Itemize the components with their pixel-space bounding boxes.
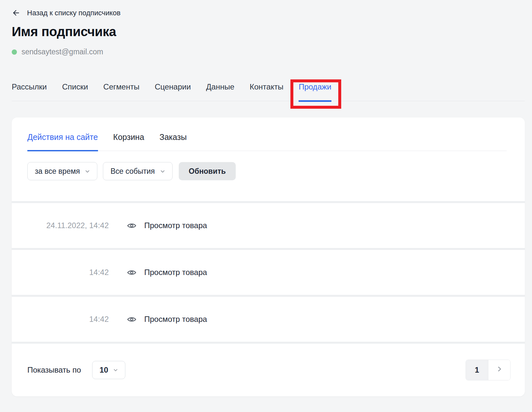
event-row: 14:42 Просмотр товара <box>12 250 525 295</box>
chevron-down-icon <box>84 168 91 174</box>
event-datetime: 24.11.2022, 14:42 <box>27 221 109 230</box>
panel-header-section: Действия на сайте Корзина Заказы за все … <box>12 117 525 201</box>
subtab-site-actions-label: Действия на сайте <box>27 132 98 142</box>
eye-icon <box>127 269 136 276</box>
period-select-value: за все время <box>35 167 80 176</box>
chevron-down-icon <box>113 367 119 373</box>
tab-prodazhi-label: Продажи <box>299 82 331 91</box>
chevron-down-icon <box>160 168 166 174</box>
status-online-icon <box>12 49 17 55</box>
refresh-button[interactable]: Обновить <box>179 162 236 180</box>
page-1-button[interactable]: 1 <box>466 360 488 380</box>
main-tabs: Рассылки Списки Сегменты Сценарии Данные… <box>12 82 525 101</box>
active-subtab-underline <box>27 150 98 151</box>
tab-kontakty[interactable]: Контакты <box>250 82 284 101</box>
eye-icon <box>127 316 136 323</box>
event-name: Просмотр товара <box>144 268 207 277</box>
event-name: Просмотр товара <box>144 221 207 230</box>
back-link[interactable]: Назад к списку подписчиков <box>12 8 525 17</box>
event-row: 24.11.2022, 14:42 Просмотр товара <box>12 203 525 248</box>
events-select[interactable]: Все события <box>103 162 172 180</box>
tab-rassylki[interactable]: Рассылки <box>12 82 47 101</box>
period-select[interactable]: за все время <box>27 162 97 180</box>
filter-bar: за все время Все события Обновить <box>27 162 525 180</box>
sub-tabs: Действия на сайте Корзина Заказы <box>27 132 507 151</box>
back-arrow-icon <box>12 8 21 17</box>
active-tab-underline <box>299 100 331 102</box>
subtab-site-actions[interactable]: Действия на сайте <box>27 132 98 151</box>
panel-footer: Показывать по 10 1 <box>12 344 525 396</box>
event-datetime: 14:42 <box>27 315 109 324</box>
tab-scenarii[interactable]: Сценарии <box>155 82 191 101</box>
back-link-label: Назад к списку подписчиков <box>27 9 120 17</box>
subscriber-email-row: sendsaytest@gmail.com <box>12 48 525 56</box>
event-datetime: 14:42 <box>27 268 109 277</box>
page-title: Имя подписчика <box>12 24 525 39</box>
next-page-button[interactable] <box>488 360 510 380</box>
subtab-orders[interactable]: Заказы <box>160 132 187 151</box>
tab-spiski[interactable]: Списки <box>62 82 88 101</box>
per-page-select[interactable]: 10 <box>92 361 126 379</box>
event-row: 14:42 Просмотр товара <box>12 297 525 342</box>
page: Назад к списку подписчиков Имя подписчик… <box>0 0 532 396</box>
per-page-value: 10 <box>100 365 108 375</box>
subscriber-email: sendsaytest@gmail.com <box>21 48 103 56</box>
tab-prodazhi[interactable]: Продажи <box>299 82 331 101</box>
tab-segmenty[interactable]: Сегменты <box>103 82 139 101</box>
pagination: 1 <box>466 360 511 380</box>
sales-panel: Действия на сайте Корзина Заказы за все … <box>12 117 525 396</box>
event-name: Просмотр товара <box>144 315 207 324</box>
eye-icon <box>127 222 136 229</box>
tab-dannye[interactable]: Данные <box>206 82 234 101</box>
events-select-value: Все события <box>110 167 155 176</box>
per-page-label: Показывать по <box>27 365 81 375</box>
chevron-right-icon <box>496 365 503 375</box>
subtab-cart[interactable]: Корзина <box>113 132 144 151</box>
